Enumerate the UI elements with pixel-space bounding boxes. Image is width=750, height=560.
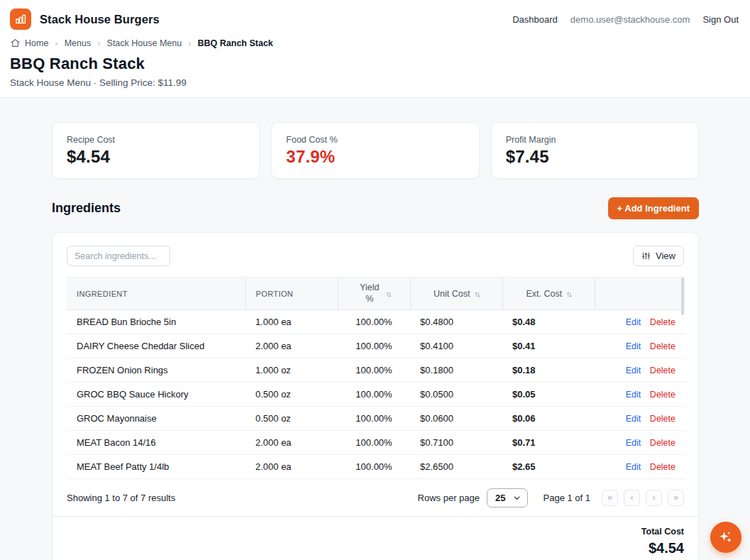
- chevron-right-icon: ›: [53, 38, 59, 48]
- cell-ingredient: DAIRY Cheese Cheddar Sliced: [67, 334, 246, 358]
- stat-card-recipe-cost: Recipe Cost $4.54: [52, 122, 260, 179]
- add-ingredient-button[interactable]: + Add Ingredient: [608, 197, 699, 219]
- table-toolbar: View: [67, 246, 684, 266]
- cell-ingredient: GROC BBQ Sauce Hickory: [67, 383, 246, 407]
- cell-ext-cost: $0.05: [502, 383, 595, 407]
- cell-ext-cost: $2.65: [502, 455, 595, 479]
- cell-ingredient: GROC Mayonnaise: [67, 407, 246, 431]
- delete-link[interactable]: Delete: [650, 414, 675, 424]
- col-header-actions: [595, 278, 685, 310]
- page-subtitle: Stack House Menu · Selling Price: $11.99: [10, 77, 739, 88]
- cell-yield: 100.00%: [338, 431, 410, 455]
- cell-portion: 2.000 ea: [246, 431, 338, 455]
- edit-link[interactable]: Edit: [626, 366, 641, 375]
- cell-portion: 0.500 oz: [246, 383, 338, 407]
- ingredients-table-card: View INGREDIENT PORTION Yield %: [52, 232, 699, 560]
- prev-page-button[interactable]: ‹: [624, 490, 640, 506]
- page-status: Page 1 of 1: [544, 493, 591, 503]
- chevron-right-icon: ›: [96, 38, 101, 48]
- delete-link[interactable]: Delete: [650, 438, 675, 448]
- view-button-label: View: [656, 251, 675, 261]
- next-page-button[interactable]: ›: [646, 490, 662, 506]
- stat-value: $7.45: [506, 147, 684, 167]
- home-icon: [10, 38, 21, 48]
- cell-unit-cost: $0.7100: [410, 431, 502, 455]
- table-wrap: INGREDIENT PORTION Yield % ↑↓ Unit Cost: [67, 277, 684, 479]
- stat-value: $4.54: [67, 147, 245, 167]
- col-header-yield-label: Yield %: [358, 282, 382, 304]
- last-page-button[interactable]: »: [668, 490, 684, 506]
- table-row: GROC BBQ Sauce Hickory 0.500 oz 100.00% …: [67, 383, 685, 407]
- table-row: MEAT Bacon 14/16 2.000 ea 100.00% $0.710…: [67, 431, 685, 455]
- nav-sign-out-link[interactable]: Sign Out: [702, 14, 739, 25]
- nav-user-email: demo.user@stackhouse.com: [570, 14, 690, 25]
- nav-dashboard-link[interactable]: Dashboard: [512, 14, 558, 25]
- col-header-yield[interactable]: Yield % ↑↓: [338, 278, 410, 310]
- rows-per-page-select[interactable]: 25: [487, 488, 527, 507]
- delete-link[interactable]: Delete: [650, 462, 675, 472]
- edit-link[interactable]: Edit: [626, 462, 641, 472]
- cell-portion: 1.000 ea: [246, 310, 338, 334]
- delete-link[interactable]: Delete: [650, 390, 675, 400]
- sparkles-icon: [718, 529, 734, 545]
- delete-link[interactable]: Delete: [650, 366, 675, 375]
- col-header-ext-cost[interactable]: Ext. Cost ↑↓: [502, 278, 595, 310]
- cell-yield: 100.00%: [338, 310, 410, 334]
- cell-yield: 100.00%: [338, 455, 410, 479]
- cell-actions: Edit Delete: [595, 358, 685, 383]
- brand-name: Stack House Burgers: [40, 13, 160, 26]
- breadcrumb: Home › Menus › Stack House Menu › BBQ Ra…: [10, 38, 739, 48]
- sort-icon: ↑↓: [386, 290, 391, 298]
- col-header-unit-cost[interactable]: Unit Cost ↑↓: [410, 278, 502, 310]
- table-scrollbar[interactable]: [681, 278, 684, 315]
- cell-unit-cost: $0.4800: [410, 310, 502, 334]
- cell-ext-cost: $0.71: [502, 431, 595, 455]
- cell-ext-cost: $0.41: [502, 334, 595, 358]
- view-button[interactable]: View: [633, 246, 684, 266]
- pagination-bar: Showing 1 to 7 of 7 results Rows per pag…: [67, 479, 684, 516]
- cell-actions: Edit Delete: [595, 310, 685, 334]
- chevron-down-icon: [513, 494, 521, 502]
- col-header-portion: PORTION: [246, 278, 338, 310]
- brand-logo[interactable]: [10, 9, 31, 30]
- table-row: FROZEN Onion Rings 1.000 oz 100.00% $0.1…: [67, 358, 685, 383]
- stat-label: Food Cost %: [286, 135, 464, 145]
- cell-ext-cost: $0.48: [502, 310, 595, 334]
- stats-row: Recipe Cost $4.54 Food Cost % 37.9% Prof…: [52, 122, 699, 179]
- edit-link[interactable]: Edit: [626, 317, 641, 327]
- page-title: BBQ Ranch Stack: [10, 55, 739, 73]
- cell-actions: Edit Delete: [595, 455, 685, 479]
- cell-actions: Edit Delete: [595, 407, 685, 431]
- delete-link[interactable]: Delete: [650, 341, 675, 351]
- cell-portion: 2.000 ea: [246, 455, 338, 479]
- top-nav: Dashboard demo.user@stackhouse.com Sign …: [512, 14, 739, 25]
- ingredients-table: INGREDIENT PORTION Yield % ↑↓ Unit Cost: [67, 277, 685, 479]
- cell-portion: 0.500 oz: [246, 407, 338, 431]
- cell-ingredient: BREAD Bun Brioche 5in: [67, 310, 246, 334]
- table-row: DAIRY Cheese Cheddar Sliced 2.000 ea 100…: [67, 334, 685, 358]
- ingredients-section-header: Ingredients + Add Ingredient: [52, 197, 699, 219]
- main-content: Recipe Cost $4.54 Food Cost % 37.9% Prof…: [0, 98, 750, 560]
- edit-link[interactable]: Edit: [626, 414, 641, 424]
- edit-link[interactable]: Edit: [626, 390, 641, 400]
- delete-link[interactable]: Delete: [650, 317, 675, 327]
- breadcrumb-item-menus[interactable]: Menus: [65, 38, 92, 48]
- stat-label: Profit Margin: [506, 135, 684, 145]
- search-input[interactable]: [67, 246, 170, 266]
- table-row: MEAT Beef Patty 1/4lb 2.000 ea 100.00% $…: [67, 455, 685, 479]
- total-cost-section: Total Cost $4.54: [53, 516, 698, 560]
- stat-label: Recipe Cost: [67, 135, 245, 145]
- ai-assistant-fab[interactable]: [710, 522, 741, 553]
- stat-card-food-cost-pct: Food Cost % 37.9%: [271, 122, 479, 179]
- total-cost-value: $4.54: [67, 540, 684, 556]
- total-cost-label: Total Cost: [67, 527, 684, 537]
- edit-link[interactable]: Edit: [626, 341, 641, 351]
- cell-yield: 100.00%: [338, 334, 410, 358]
- cell-yield: 100.00%: [338, 383, 410, 407]
- first-page-button[interactable]: «: [602, 490, 618, 506]
- sort-icon: ↑↓: [566, 290, 571, 298]
- breadcrumb-item-menu[interactable]: Stack House Menu: [107, 38, 182, 48]
- edit-link[interactable]: Edit: [626, 438, 641, 448]
- cell-unit-cost: $0.0600: [410, 407, 502, 431]
- breadcrumb-item-home[interactable]: Home: [25, 38, 48, 48]
